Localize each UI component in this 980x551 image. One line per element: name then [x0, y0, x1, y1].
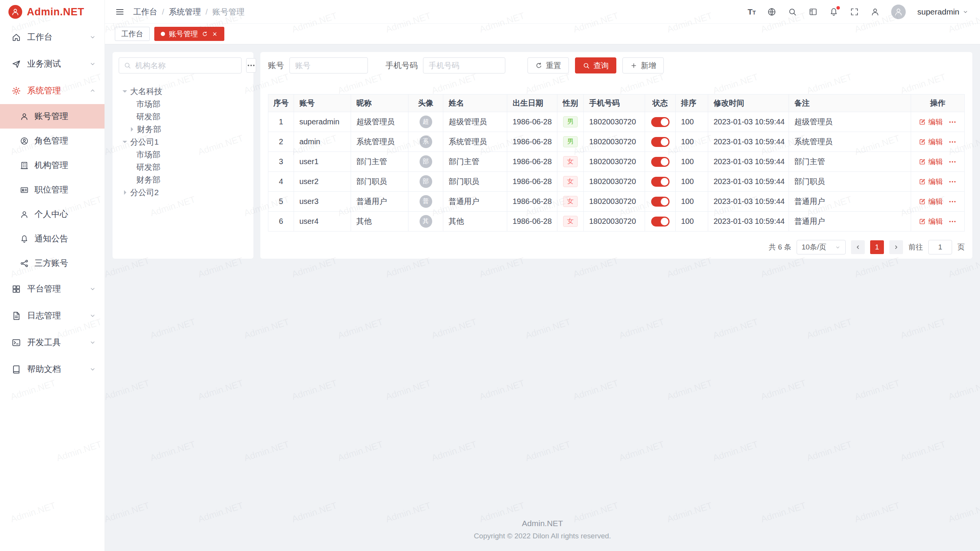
- user-menu[interactable]: superadmin: [917, 7, 969, 16]
- sidebar-item-help-docs[interactable]: 帮助文档: [0, 356, 105, 383]
- notifications-button[interactable]: [829, 7, 838, 16]
- language-icon[interactable]: [767, 7, 776, 16]
- sidebar-item-notice[interactable]: 通知公告: [0, 227, 105, 251]
- next-page-button[interactable]: [889, 240, 903, 254]
- sidebar-item-org-manage[interactable]: 机构管理: [0, 153, 105, 178]
- tab-account-manage[interactable]: 账号管理: [154, 27, 224, 41]
- status-toggle[interactable]: [651, 117, 670, 127]
- edit-icon: [919, 218, 926, 225]
- sidebar-item-third-party-account[interactable]: 三方账号: [0, 251, 105, 276]
- edit-button[interactable]: 编辑: [919, 197, 943, 207]
- col-phone: 手机号码: [584, 95, 645, 112]
- edit-icon: [919, 138, 926, 145]
- tree-node[interactable]: 财务部: [119, 123, 247, 135]
- goto-page-input[interactable]: [928, 240, 952, 254]
- edit-button[interactable]: 编辑: [919, 117, 943, 127]
- add-button[interactable]: 新增: [622, 57, 664, 73]
- logo[interactable]: Admin.NET: [0, 0, 105, 24]
- avatar[interactable]: [891, 5, 906, 19]
- tree-node[interactable]: 研发部: [119, 161, 247, 173]
- more-actions-button[interactable]: [948, 178, 957, 186]
- org-more-button[interactable]: [246, 58, 256, 73]
- col-account: 账号: [294, 95, 351, 112]
- tree-node[interactable]: 市场部: [119, 148, 247, 161]
- sidebar-item-label: 开发工具: [27, 337, 61, 348]
- tab-workbench[interactable]: 工作台: [115, 27, 150, 41]
- sidebar-item-log-manage[interactable]: 日志管理: [0, 302, 105, 329]
- layout-theme-icon[interactable]: [808, 7, 818, 16]
- status-toggle[interactable]: [651, 197, 670, 207]
- prev-page-button[interactable]: [851, 240, 865, 254]
- more-actions-button[interactable]: [948, 118, 957, 126]
- notification-badge: [836, 6, 840, 10]
- tree-node-label: 分公司2: [130, 187, 159, 198]
- gender-badge: 女: [563, 216, 578, 227]
- sidebar-item-personal-center[interactable]: 个人中心: [0, 202, 105, 227]
- breadcrumb-item[interactable]: 系统管理: [169, 7, 201, 17]
- sidebar-item-position-manage[interactable]: 职位管理: [0, 178, 105, 202]
- row-avatar: 系: [420, 135, 432, 148]
- org-search-input[interactable]: [135, 61, 237, 70]
- account-input[interactable]: [289, 57, 368, 73]
- cell-seq: 4: [268, 172, 294, 192]
- tree-node-label: 市场部: [136, 149, 160, 160]
- sidebar: Admin.NET 工作台 业务测试 系统管理 账号管理: [0, 0, 105, 551]
- phone-input[interactable]: [423, 57, 505, 73]
- test-icon: [11, 59, 21, 69]
- search-icon[interactable]: [788, 7, 797, 16]
- more-actions-button[interactable]: [948, 158, 957, 166]
- main-area: 工作台 / 系统管理 / 账号管理 TT superadmin: [105, 0, 980, 551]
- sidebar-item-role-manage[interactable]: 角色管理: [0, 129, 105, 153]
- more-dots-icon: [247, 61, 256, 70]
- tree-node[interactable]: 分公司2: [119, 186, 247, 199]
- edit-button[interactable]: 编辑: [919, 157, 943, 167]
- edit-icon: [919, 198, 926, 205]
- tree-node[interactable]: 财务部: [119, 173, 247, 186]
- status-toggle[interactable]: [651, 157, 670, 167]
- sidebar-item-workbench[interactable]: 工作台: [0, 24, 105, 51]
- edit-button[interactable]: 编辑: [919, 137, 943, 147]
- font-size-icon[interactable]: TT: [748, 8, 756, 16]
- more-actions-button[interactable]: [948, 138, 957, 146]
- refresh-icon[interactable]: [202, 31, 208, 37]
- hamburger-icon[interactable]: [115, 7, 125, 17]
- search-button[interactable]: 查询: [575, 57, 616, 73]
- footer: Admin.NET Copyright © 2022 Dilon All rig…: [105, 512, 980, 551]
- fullscreen-icon[interactable]: [850, 7, 859, 16]
- edit-button[interactable]: 编辑: [919, 217, 943, 227]
- breadcrumb-item[interactable]: 工作台: [133, 7, 157, 17]
- tree-node[interactable]: 市场部: [119, 98, 247, 110]
- col-status: 状态: [645, 95, 676, 112]
- cell-name: 超级管理员: [443, 112, 507, 132]
- tree-node[interactable]: 研发部: [119, 110, 247, 123]
- status-toggle[interactable]: [651, 177, 670, 187]
- caret-expanded-icon[interactable]: [122, 90, 127, 95]
- col-modified: 修改时间: [708, 95, 789, 112]
- more-actions-button[interactable]: [948, 217, 957, 226]
- sidebar-item-business-test[interactable]: 业务测试: [0, 51, 105, 77]
- sidebar-item-dev-tools[interactable]: 开发工具: [0, 329, 105, 356]
- page-size-select[interactable]: 10条/页: [797, 240, 846, 254]
- status-toggle[interactable]: [651, 137, 670, 147]
- cell-order: 100: [676, 132, 708, 152]
- cell-seq: 6: [268, 212, 294, 231]
- close-icon[interactable]: [212, 31, 218, 37]
- more-actions-button[interactable]: [948, 197, 957, 206]
- caret-expanded-icon[interactable]: [122, 141, 127, 145]
- goto-label: 前往: [908, 242, 923, 252]
- user-outline-icon[interactable]: [871, 7, 880, 16]
- edit-button[interactable]: 编辑: [919, 177, 943, 187]
- status-toggle[interactable]: [651, 217, 670, 227]
- caret-collapsed-icon[interactable]: [124, 190, 129, 195]
- sidebar-item-platform-manage[interactable]: 平台管理: [0, 276, 105, 302]
- table-row: 1 superadmin 超级管理员 超 超级管理员 1986-06-28 男 …: [268, 112, 965, 132]
- role-icon: [20, 137, 29, 145]
- col-avatar: 头像: [408, 95, 443, 112]
- caret-collapsed-icon[interactable]: [131, 127, 136, 132]
- page-number-button[interactable]: 1: [870, 240, 884, 254]
- reset-button[interactable]: 重置: [528, 57, 569, 73]
- tree-node[interactable]: 分公司1: [119, 135, 247, 148]
- sidebar-item-account-manage[interactable]: 账号管理: [0, 104, 105, 129]
- sidebar-item-system-manage[interactable]: 系统管理: [0, 77, 105, 104]
- tree-node[interactable]: 大名科技: [119, 85, 247, 98]
